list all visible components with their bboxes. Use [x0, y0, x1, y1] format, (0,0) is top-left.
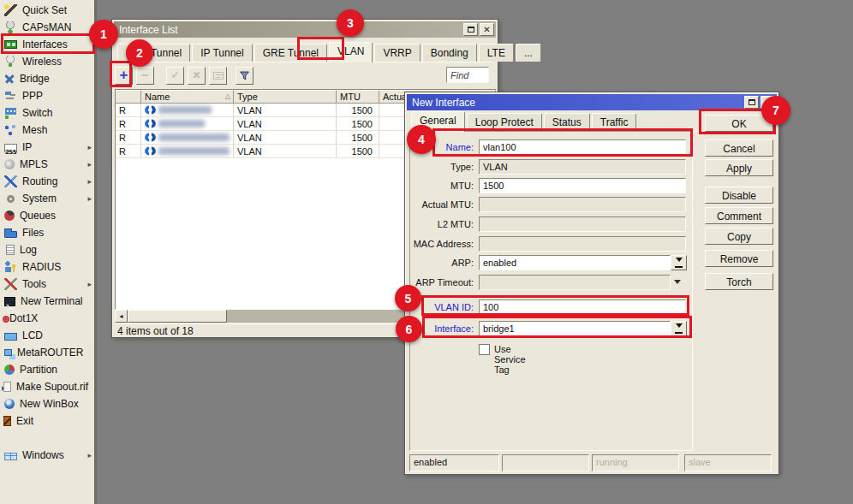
torch-button[interactable]: Torch — [705, 273, 773, 290]
sidebar-item-wireless[interactable]: Wireless — [0, 53, 94, 70]
sidebar-item-label: CAPsMAN — [22, 21, 71, 33]
sidebar-item-quick-set[interactable]: Quick Set — [0, 2, 94, 19]
maximize-button[interactable] — [744, 96, 759, 109]
gear-icon — [7, 195, 15, 203]
sidebar-item-new-terminal[interactable]: New Terminal — [0, 293, 94, 310]
remove-button[interactable]: − — [136, 67, 154, 85]
sidebar-item-label: LCD — [22, 329, 43, 341]
sidebar-item-mpls[interactable]: MPLS▸ — [0, 156, 94, 173]
routing-arrows-icon — [4, 175, 17, 187]
actual-mtu-field-label: Actual MTU: — [405, 199, 474, 210]
sidebar-item-bridge[interactable]: Bridge — [0, 70, 94, 87]
tab-loop-protect[interactable]: Loop Protect — [467, 113, 542, 131]
sidebar-item-capsman[interactable]: CAPsMAN — [0, 19, 94, 36]
close-button[interactable]: ✕ — [480, 23, 494, 36]
sidebar-item-label: Wireless — [22, 56, 62, 68]
sidebar-item-tools[interactable]: Tools▸ — [0, 276, 94, 293]
use-service-tag-checkbox[interactable] — [479, 344, 490, 355]
interface-dropdown-button[interactable] — [671, 321, 687, 336]
find-input[interactable] — [446, 67, 489, 83]
maximize-button[interactable] — [463, 23, 478, 36]
interface-select[interactable] — [479, 321, 671, 336]
sidebar-item-switch[interactable]: Switch — [0, 104, 94, 122]
add-button[interactable]: + — [115, 67, 133, 85]
sidebar-item-interfaces[interactable]: Interfaces — [0, 36, 94, 53]
status-blank — [502, 454, 589, 471]
sidebar-item-exit[interactable]: Exit — [0, 412, 94, 430]
scroll-left-arrow-icon[interactable]: ◄ — [115, 310, 128, 323]
sidebar-item-label: MPLS — [20, 158, 48, 170]
sidebar-item-routing[interactable]: Routing▸ — [0, 173, 94, 190]
arp-dropdown-button[interactable] — [671, 255, 687, 270]
copy-button[interactable]: Copy — [705, 228, 773, 245]
sidebar-item-partition[interactable]: Partition — [0, 361, 94, 378]
remove-button[interactable]: Remove — [705, 250, 773, 267]
disable-button[interactable]: Disable — [705, 187, 773, 204]
vlan-id-input[interactable] — [479, 299, 686, 315]
sidebar-item-metarouter[interactable]: MetaROUTER — [0, 344, 94, 361]
column-header-type[interactable]: Type — [234, 90, 337, 104]
tab-vlan[interactable]: VLAN — [329, 42, 373, 62]
column-header-mtu[interactable]: MTU — [337, 90, 379, 104]
arp-field-label: ARP: — [405, 258, 474, 268]
window-title: New Interface — [412, 97, 475, 109]
plus-icon: + — [120, 68, 128, 82]
tab-ip-tunnel[interactable]: IP Tunnel — [192, 44, 252, 62]
arp-select[interactable] — [479, 255, 671, 270]
log-page-icon — [6, 245, 15, 255]
dropdown-arrow-icon[interactable] — [674, 280, 681, 288]
sidebar-item-lcd[interactable]: LCD — [0, 327, 94, 344]
column-header-name[interactable]: Name△ — [141, 90, 234, 104]
antenna-icon — [4, 21, 17, 33]
interface-list-tabs: EoIP Tunnel IP Tunnel GRE Tunnel VLAN VR… — [117, 41, 494, 62]
new-interface-titlebar[interactable]: New Interface ✕ — [407, 94, 777, 110]
sidebar-item-make-supout[interactable]: Make Supout.rif — [0, 378, 94, 395]
tab-vrrp[interactable]: VRRP — [374, 44, 420, 62]
sidebar-item-files[interactable]: Files — [0, 224, 94, 241]
dropdown-arrow-icon — [676, 258, 683, 265]
tab-traffic[interactable]: Traffic — [592, 113, 637, 131]
submenu-arrow-icon: ▸ — [87, 160, 92, 169]
tab-bonding[interactable]: Bonding — [422, 44, 477, 62]
type-field-label: Type: — [405, 162, 474, 172]
filter-button[interactable] — [236, 67, 254, 85]
comment-button[interactable]: Comment — [705, 207, 773, 224]
status-slave: slave — [684, 454, 772, 471]
redacted-name — [158, 133, 230, 141]
status-enabled: enabled — [409, 454, 499, 471]
sidebar-spacer — [0, 430, 94, 447]
arp-timeout-value — [479, 275, 671, 290]
sidebar-item-new-winbox[interactable]: New WinBox — [0, 395, 94, 412]
mtu-input[interactable] — [479, 178, 686, 193]
sidebar-item-system[interactable]: System▸ — [0, 190, 94, 207]
sidebar-item-radius[interactable]: RADIUS — [0, 258, 94, 276]
sidebar-item-windows[interactable]: Windows▸ — [0, 447, 94, 464]
redacted-name — [158, 120, 205, 127]
sidebar-item-queues[interactable]: Queues — [0, 207, 94, 224]
sidebar-item-label: Make Supout.rif — [16, 381, 88, 393]
tab-status[interactable]: Status — [544, 113, 590, 131]
name-input[interactable] — [479, 139, 686, 155]
tab-gre-tunnel[interactable]: GRE Tunnel — [254, 44, 327, 62]
apply-button[interactable]: Apply — [705, 159, 773, 176]
cancel-button[interactable]: Cancel — [705, 139, 773, 157]
interface-list-titlebar[interactable]: Interface List ✕ — [114, 21, 496, 38]
folder-icon — [4, 231, 17, 238]
enable-button[interactable]: ✔ — [166, 67, 184, 85]
disable-button[interactable]: ✖ — [188, 67, 206, 85]
scrollbar-thumb[interactable] — [128, 310, 227, 323]
tab-lte[interactable]: LTE — [479, 44, 514, 62]
new-interface-dialog: New Interface ✕ General Loop Protect Sta… — [404, 92, 779, 475]
switch-icon — [4, 107, 17, 119]
column-header-flags[interactable] — [116, 90, 141, 104]
funnel-icon — [239, 70, 250, 81]
submenu-arrow-icon: ▸ — [87, 177, 92, 186]
mtu-field-label: MTU: — [405, 181, 474, 191]
sidebar-item-ppp[interactable]: PPP — [0, 87, 94, 104]
sidebar-item-log[interactable]: Log — [0, 241, 94, 258]
sidebar-item-ip[interactable]: IP▸ — [0, 139, 94, 156]
sidebar-item-mesh[interactable]: Mesh — [0, 122, 94, 139]
comment-button[interactable] — [209, 67, 227, 85]
tab-more[interactable]: ... — [516, 44, 541, 62]
sidebar-item-dot1x[interactable]: Dot1X — [0, 310, 94, 327]
